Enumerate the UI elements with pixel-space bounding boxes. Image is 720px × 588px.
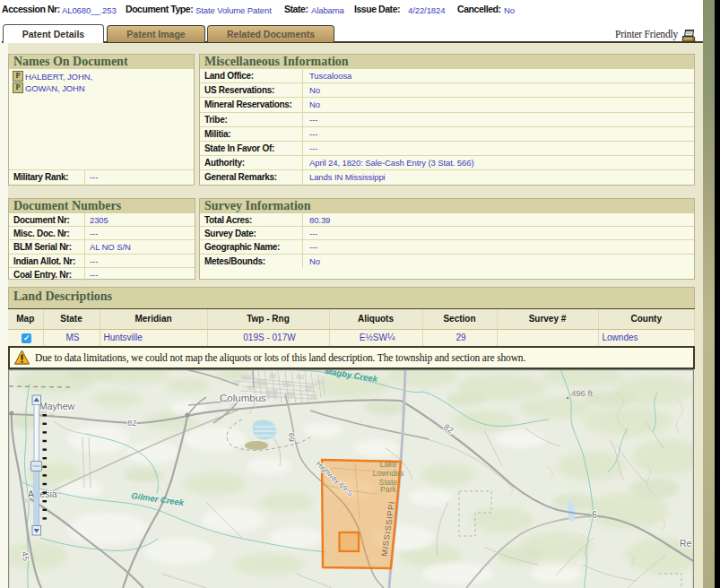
svg-text:6: 6 <box>592 510 597 520</box>
svg-text:82: 82 <box>127 418 137 428</box>
svg-text:Lake: Lake <box>380 460 397 469</box>
svg-text:Lowndes: Lowndes <box>373 469 404 478</box>
svg-text:Mayhew: Mayhew <box>39 401 75 411</box>
svg-text:Park: Park <box>380 485 397 494</box>
svg-text:Columbus: Columbus <box>220 393 266 403</box>
svg-text:Artesia: Artesia <box>28 489 57 499</box>
svg-text:69: 69 <box>287 433 296 442</box>
svg-text:496 ft: 496 ft <box>571 388 593 398</box>
svg-text:45: 45 <box>20 550 31 562</box>
svg-text:Re: Re <box>680 538 692 549</box>
